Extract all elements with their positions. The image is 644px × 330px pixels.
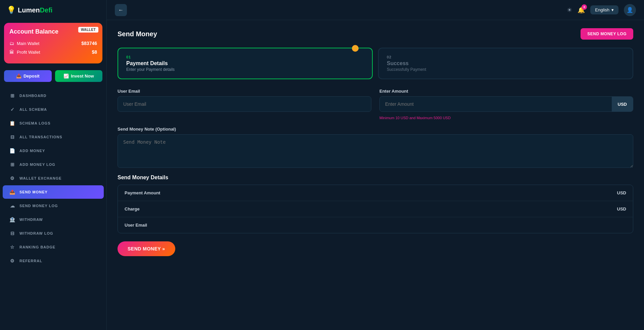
logo: 💡 LumenDefi bbox=[0, 0, 106, 20]
sidebar-item-label: ADD MONEY LOG bbox=[19, 162, 55, 167]
sidebar-item-label: SCHEMA LOGS bbox=[19, 121, 51, 125]
user-email-input[interactable] bbox=[118, 96, 371, 112]
form-row-1: User Email Enter Amount USD Minimum 10 U… bbox=[118, 89, 633, 120]
step-2-card: 02 Success Successfully Payment bbox=[378, 48, 633, 79]
notification-bell[interactable]: 🔔 0 bbox=[578, 6, 585, 14]
sun-icon[interactable]: ☀ bbox=[567, 6, 572, 14]
sidebar-item-label: ADD MONEY bbox=[19, 149, 45, 153]
charge-value: USD bbox=[617, 206, 626, 211]
withdraw-log-icon: ⊟ bbox=[9, 231, 15, 236]
sidebar-item-withdraw[interactable]: 🏦 WITHDRAW bbox=[3, 213, 104, 226]
step-2-desc: Successfully Payment bbox=[387, 67, 625, 72]
step-1-name: Payment Details bbox=[126, 60, 364, 66]
invest-now-button[interactable]: 📈 Invest Now bbox=[55, 70, 103, 82]
payment-amount-key: Payment Amount bbox=[125, 190, 160, 195]
amount-input[interactable] bbox=[380, 97, 612, 111]
profit-wallet-amount: $8 bbox=[92, 49, 97, 55]
sidebar-item-add-money-log[interactable]: ⊞ ADD MONEY LOG bbox=[3, 158, 104, 171]
user-email-group: User Email bbox=[118, 89, 371, 120]
dashboard-icon: ⊞ bbox=[9, 93, 15, 98]
language-label: English bbox=[595, 7, 609, 12]
sidebar-item-label: WITHDRAW LOG bbox=[19, 231, 53, 235]
user-email-row-key: User Email bbox=[125, 223, 147, 228]
send-money-icon: 📤 bbox=[9, 189, 15, 195]
profit-wallet-label: 🏛 Profit Wallet bbox=[9, 49, 40, 55]
sidebar-item-label: DASHBOARD bbox=[19, 94, 47, 98]
referral-icon: ⚙ bbox=[9, 258, 15, 264]
all-transactions-icon: ⊟ bbox=[9, 134, 15, 140]
sidebar-item-label: WALLET EXCHANGE bbox=[19, 176, 62, 180]
sidebar-item-wallet-exchange[interactable]: ⚙ WALLET EXCHANGE bbox=[3, 172, 104, 185]
step-1-number: 01 bbox=[126, 55, 364, 59]
page-header: Send Money SEND MONEY LOG bbox=[118, 28, 633, 40]
logo-icon: 💡 bbox=[7, 6, 16, 14]
sidebar-item-label: WITHDRAW bbox=[19, 218, 43, 222]
sidebar-item-send-money-log[interactable]: ☁ SEND MONEY LOG bbox=[3, 199, 104, 213]
withdraw-icon: 🏦 bbox=[9, 217, 15, 222]
step-1-desc: Enter your Payment details bbox=[126, 67, 364, 72]
sidebar-item-referral[interactable]: ⚙ REFERRAL bbox=[3, 254, 104, 268]
balance-card: WALLET Account Balance 🗂 Main Wallet $83… bbox=[4, 23, 102, 63]
sidebar-item-dashboard[interactable]: ⊞ DASHBOARD bbox=[3, 89, 104, 102]
sidebar-item-label: SEND MONEY bbox=[19, 190, 48, 194]
add-money-log-icon: ⊞ bbox=[9, 162, 15, 167]
main-wallet-label: 🗂 Main Wallet bbox=[9, 41, 39, 46]
details-section: Send Money Details Payment Amount USD Ch… bbox=[118, 175, 633, 233]
sidebar-item-label: ALL TRANSACTIONS bbox=[19, 135, 62, 139]
profit-wallet-row: 🏛 Profit Wallet $8 bbox=[9, 49, 97, 55]
enter-amount-group: Enter Amount USD Minimum 10 USD and Maxi… bbox=[379, 89, 633, 120]
charge-key: Charge bbox=[125, 206, 140, 211]
note-label: Send Money Note (Optional) bbox=[118, 127, 633, 132]
sidebar-item-all-schema[interactable]: ✓ ALL SCHEMA bbox=[3, 103, 104, 116]
currency-label: USD bbox=[612, 97, 633, 111]
step-2-name: Success bbox=[387, 60, 625, 66]
sidebar-item-ranking-badge[interactable]: ☆ RANKING BADGE bbox=[3, 240, 104, 254]
sidebar: 💡 LumenDefi WALLET Account Balance 🗂 Mai… bbox=[0, 0, 107, 330]
sidebar-item-label: ALL SCHEMA bbox=[19, 107, 47, 111]
main-wallet-row: 🗂 Main Wallet $83746 bbox=[9, 41, 97, 46]
deposit-button[interactable]: 📥 Deposit bbox=[4, 70, 52, 82]
ranking-badge-icon: ☆ bbox=[9, 244, 15, 250]
page-content: Send Money SEND MONEY LOG 01 Payment Det… bbox=[107, 20, 644, 330]
sidebar-item-label: SEND MONEY LOG bbox=[19, 204, 58, 208]
sidebar-item-schema-logs[interactable]: 📋 SCHEMA LOGS bbox=[3, 116, 104, 130]
chevron-down-icon: ▾ bbox=[611, 7, 614, 12]
deposit-icon: 📥 bbox=[16, 74, 21, 79]
amount-wrapper: USD bbox=[379, 96, 633, 112]
steps-container: 01 Payment Details Enter your Payment de… bbox=[118, 48, 633, 79]
logo-text: LumenDefi bbox=[18, 6, 52, 14]
note-textarea[interactable] bbox=[118, 134, 633, 168]
amount-hint: Minimum 10 USD and Maximum 5000 USD bbox=[379, 116, 633, 120]
avatar-button[interactable]: 👤 bbox=[624, 4, 636, 16]
user-email-row: User Email bbox=[118, 217, 633, 233]
add-money-icon: 📄 bbox=[9, 148, 15, 153]
bank-icon: 🏛 bbox=[9, 49, 14, 55]
main-content: ← ☀ 🔔 0 English ▾ 👤 Send Money SEND MONE… bbox=[107, 0, 644, 330]
notification-badge: 0 bbox=[582, 4, 587, 10]
payment-amount-value: USD bbox=[617, 190, 626, 195]
charge-row: Charge USD bbox=[118, 201, 633, 217]
sidebar-item-add-money[interactable]: 📄 ADD MONEY bbox=[3, 144, 104, 157]
action-buttons: 📥 Deposit 📈 Invest Now bbox=[4, 70, 102, 82]
main-wallet-amount: $83746 bbox=[81, 41, 97, 46]
step-2-number: 02 bbox=[387, 55, 625, 59]
wallet-badge: WALLET bbox=[78, 27, 98, 33]
send-money-log-icon: ☁ bbox=[9, 203, 15, 208]
payment-amount-row: Payment Amount USD bbox=[118, 185, 633, 201]
language-selector[interactable]: English ▾ bbox=[590, 5, 618, 14]
nav-menu: ⊞ DASHBOARD ✓ ALL SCHEMA 📋 SCHEMA LOGS ⊟… bbox=[0, 89, 106, 330]
all-schema-icon: ✓ bbox=[9, 107, 15, 112]
schema-logs-icon: 📋 bbox=[9, 121, 15, 126]
wallet-exchange-icon: ⚙ bbox=[9, 176, 15, 181]
back-button[interactable]: ← bbox=[115, 4, 127, 16]
send-money-log-button[interactable]: SEND MONEY LOG bbox=[581, 28, 633, 40]
sidebar-item-label: REFERRAL bbox=[19, 259, 42, 263]
send-money-button[interactable]: SEND MONEY » bbox=[118, 241, 175, 256]
sidebar-item-send-money[interactable]: 📤 SEND MONEY bbox=[3, 185, 104, 199]
note-group: Send Money Note (Optional) bbox=[118, 127, 633, 168]
page-title: Send Money bbox=[118, 30, 157, 38]
topbar: ← ☀ 🔔 0 English ▾ 👤 bbox=[107, 0, 644, 20]
sidebar-item-withdraw-log[interactable]: ⊟ WITHDRAW LOG bbox=[3, 227, 104, 240]
sidebar-item-all-transactions[interactable]: ⊟ ALL TRANSACTIONS bbox=[3, 130, 104, 144]
step-1-card: 01 Payment Details Enter your Payment de… bbox=[118, 48, 373, 79]
